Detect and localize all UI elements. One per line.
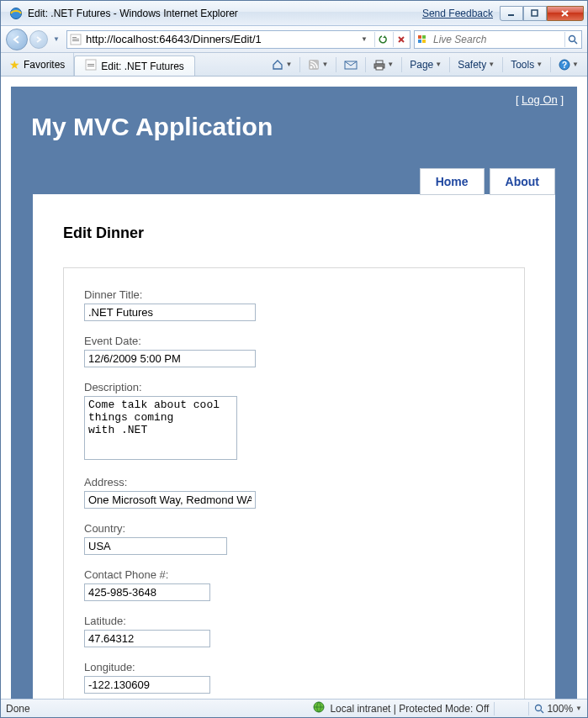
svg-text:?: ?: [562, 61, 567, 70]
svg-rect-7: [72, 40, 79, 41]
nav-about[interactable]: About: [490, 168, 555, 195]
country-label: Country:: [84, 522, 504, 535]
latitude-label: Latitude:: [84, 615, 504, 627]
viewport[interactable]: [ Log On ] My MVC Application Home About…: [1, 77, 587, 699]
svg-point-15: [569, 35, 575, 41]
address-bar[interactable]: ▼: [66, 30, 411, 49]
tools-menu[interactable]: Tools▼: [507, 57, 546, 72]
separator: [528, 702, 529, 715]
address-label: Address:: [84, 476, 504, 488]
window-titlebar: Edit: .NET Futures - Windows Internet Ex…: [1, 1, 587, 26]
page-heading: Edit Dinner: [63, 224, 525, 242]
tab-row: ★ Favorites Edit: .NET Futures ▼ ▼ ▼ Pag…: [1, 53, 587, 77]
maximize-button[interactable]: [523, 6, 547, 21]
nav-home[interactable]: Home: [420, 168, 485, 195]
chevron-down-icon: ▼: [285, 61, 292, 68]
refresh-button[interactable]: [374, 32, 389, 47]
login-area: [ Log On ]: [11, 87, 577, 106]
window-title: Edit: .NET Futures - Windows Internet Ex…: [28, 8, 422, 19]
longitude-label: Longitude:: [84, 661, 504, 673]
separator: [336, 57, 336, 72]
svg-rect-23: [376, 61, 383, 64]
forward-button[interactable]: [29, 30, 48, 49]
navigation-bar: ▼ ▼: [1, 26, 587, 53]
mvc-page: [ Log On ] My MVC Application Home About…: [11, 87, 577, 699]
ie-icon: [9, 7, 23, 20]
logon-link[interactable]: Log On: [522, 93, 558, 106]
search-box[interactable]: [414, 30, 582, 49]
svg-rect-13: [418, 40, 421, 43]
svg-rect-6: [72, 39, 79, 40]
feeds-button[interactable]: ▼: [305, 57, 331, 72]
separator: [494, 702, 495, 715]
dinner-title-label: Dinner Title:: [84, 288, 504, 301]
separator: [550, 57, 551, 72]
edit-form: Dinner Title: Event Date: Description: C…: [63, 267, 525, 699]
status-text: Done: [6, 703, 258, 715]
print-button[interactable]: ▼: [370, 57, 397, 72]
bracket-right: ]: [558, 93, 564, 106]
stop-button[interactable]: [393, 32, 408, 47]
read-mail-button[interactable]: [341, 58, 361, 71]
svg-rect-25: [376, 66, 383, 70]
home-button[interactable]: ▼: [268, 57, 295, 72]
svg-rect-2: [532, 10, 538, 16]
bing-icon: [416, 33, 430, 46]
zoom-control[interactable]: 100% ▼: [534, 703, 582, 715]
send-feedback-link[interactable]: Send Feedback: [422, 8, 493, 19]
search-button[interactable]: [564, 32, 580, 47]
svg-rect-12: [422, 35, 426, 39]
star-icon: ★: [9, 58, 20, 71]
chevron-down-icon: ▼: [572, 61, 579, 68]
app-title: My MVC Application: [31, 113, 273, 141]
event-date-label: Event Date:: [84, 335, 504, 347]
chevron-down-icon: ▼: [387, 61, 394, 68]
chevron-down-icon: ▼: [575, 705, 582, 712]
svg-point-21: [310, 66, 313, 68]
phone-label: Contact Phone #:: [84, 568, 504, 581]
zoom-icon: [534, 704, 544, 714]
dinner-title-input[interactable]: [84, 304, 256, 321]
address-input[interactable]: [86, 33, 354, 45]
longitude-input[interactable]: [84, 676, 210, 694]
internet-zone-icon: [313, 701, 325, 715]
command-bar: ▼ ▼ ▼ Page▼ Safety▼ Tools▼ ?▼: [263, 53, 587, 76]
favorites-label: Favorites: [24, 59, 65, 71]
chevron-down-icon: ▼: [536, 61, 543, 68]
browser-tab[interactable]: Edit: .NET Futures: [74, 55, 194, 76]
svg-rect-18: [87, 64, 94, 65]
mvc-nav: Home About: [420, 168, 555, 195]
history-dropdown-icon[interactable]: ▼: [50, 35, 63, 43]
svg-rect-11: [418, 35, 421, 39]
help-button[interactable]: ?▼: [555, 57, 582, 72]
favorites-button[interactable]: ★ Favorites: [1, 53, 74, 76]
svg-rect-14: [422, 40, 426, 43]
chevron-down-icon: ▼: [321, 61, 328, 68]
minimize-button[interactable]: [500, 6, 523, 21]
tab-label: Edit: .NET Futures: [101, 61, 183, 72]
close-button[interactable]: [547, 6, 584, 21]
description-textarea[interactable]: Come talk about cool things coming with …: [84, 396, 237, 460]
svg-point-0: [11, 8, 22, 18]
favicon-icon: [69, 33, 82, 46]
country-input[interactable]: [84, 537, 227, 555]
latitude-input[interactable]: [84, 630, 210, 647]
address-dropdown-icon[interactable]: ▼: [358, 35, 371, 43]
svg-rect-19: [87, 66, 94, 66]
search-input[interactable]: [433, 34, 561, 45]
phone-input[interactable]: [84, 583, 210, 601]
svg-line-30: [541, 710, 543, 713]
svg-line-16: [575, 41, 577, 44]
separator: [401, 57, 402, 72]
zoom-value: 100%: [547, 703, 573, 715]
page-menu[interactable]: Page▼: [406, 57, 445, 72]
back-button[interactable]: [6, 29, 28, 50]
event-date-input[interactable]: [84, 350, 256, 367]
safety-menu[interactable]: Safety▼: [454, 57, 498, 72]
separator: [502, 57, 503, 72]
address-input[interactable]: [84, 491, 256, 509]
separator: [449, 57, 450, 72]
window-buttons: [500, 6, 584, 21]
description-label: Description:: [84, 381, 504, 393]
chevron-down-icon: ▼: [435, 61, 442, 68]
